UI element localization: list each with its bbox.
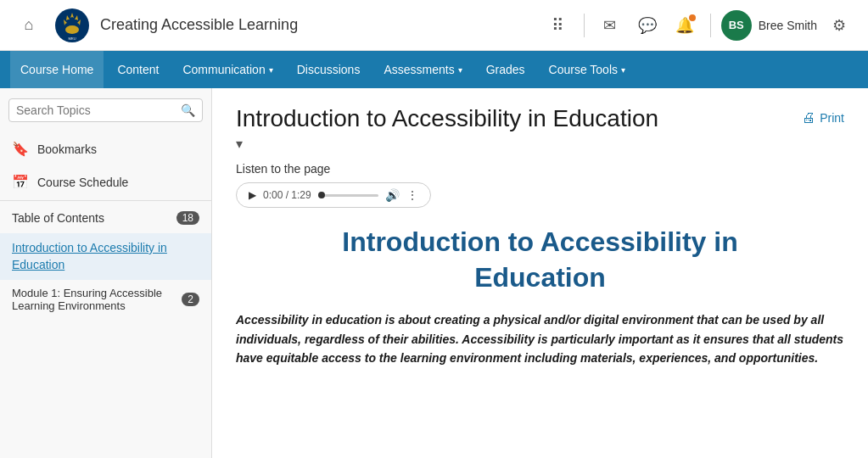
- collapse-chevron[interactable]: ▾: [236, 136, 844, 152]
- search-wrap: 🔍: [0, 88, 211, 132]
- toc-active-link[interactable]: Introduction to Accessibility in Educati…: [0, 233, 211, 280]
- content-body-text: Accessibility in education is about crea…: [236, 310, 844, 367]
- listen-label: Listen to the page: [236, 162, 844, 176]
- nav-bar: Course Home Content Communication ▾ Disc…: [0, 51, 868, 88]
- content-area: Introduction to Accessibility in Educati…: [212, 88, 868, 458]
- content-h1-line2: Education: [474, 262, 606, 293]
- print-button[interactable]: 🖨 Print: [802, 110, 844, 126]
- chat-icon[interactable]: 💬: [632, 10, 663, 41]
- search-icon[interactable]: 🔍: [181, 103, 195, 117]
- top-bar: ⌂ MRU Creating Accessible Learning ⠿ ✉: [0, 0, 868, 51]
- apps-icon[interactable]: ⠿: [543, 10, 574, 41]
- module1-badge: 2: [182, 293, 199, 306]
- divider: [584, 14, 585, 37]
- calendar-icon: 📅: [12, 174, 29, 190]
- toc-label: Table of Contents: [12, 211, 104, 225]
- notification-dot: [689, 14, 696, 21]
- user-name: Bree Smith: [759, 19, 817, 32]
- university-logo: MRU: [54, 8, 90, 43]
- nav-discussions[interactable]: Discussions: [287, 51, 371, 88]
- avatar: BS: [721, 10, 752, 41]
- svg-point-6: [65, 25, 79, 34]
- audio-player: ▶ 0:00 / 1:29 🔊 ⋮: [236, 182, 431, 208]
- module1-label: Module 1: Ensuring Accessible Learning E…: [12, 287, 182, 312]
- play-button[interactable]: ▶: [249, 189, 256, 201]
- user-menu[interactable]: BS Bree Smith: [721, 10, 817, 41]
- audio-progress-bar[interactable]: [318, 194, 378, 197]
- sidebar-divider: [0, 200, 211, 201]
- print-icon: 🖨: [802, 110, 815, 126]
- content-header: Introduction to Accessibility in Educati…: [236, 105, 844, 132]
- nav-communication[interactable]: Communication ▾: [172, 51, 283, 88]
- chevron-down-icon: ▾: [269, 65, 273, 75]
- audio-time: 0:00 / 1:29: [263, 189, 311, 201]
- bookmark-icon: 🔖: [12, 141, 29, 157]
- toc-badge: 18: [176, 211, 199, 225]
- module1-item[interactable]: Module 1: Ensuring Accessible Learning E…: [0, 280, 211, 319]
- bookmarks-item[interactable]: 🔖 Bookmarks: [0, 132, 211, 165]
- logo-wrap: MRU: [54, 8, 90, 43]
- chevron-down-icon3: ▾: [621, 65, 625, 75]
- main-layout: 🔍 🔖 Bookmarks 📅 Course Schedule Table of…: [0, 88, 868, 458]
- search-input[interactable]: [16, 103, 176, 117]
- top-bar-left: ⌂ MRU Creating Accessible Learning: [14, 8, 543, 43]
- print-label: Print: [820, 111, 844, 125]
- nav-course-tools[interactable]: Course Tools ▾: [539, 51, 636, 88]
- course-title: Creating Accessible Learning: [100, 16, 298, 34]
- more-options-icon[interactable]: ⋮: [406, 188, 418, 202]
- nav-content[interactable]: Content: [107, 51, 169, 88]
- mail-icon[interactable]: ✉: [595, 10, 625, 41]
- svg-text:MRU: MRU: [68, 36, 76, 41]
- nav-course-home[interactable]: Course Home: [10, 51, 104, 88]
- bell-icon[interactable]: 🔔: [669, 10, 700, 41]
- top-bar-right: ⠿ ✉ 💬 🔔 BS Bree Smith ⚙: [543, 10, 854, 41]
- page-title: Introduction to Accessibility in Educati…: [236, 105, 802, 132]
- settings-icon[interactable]: ⚙: [824, 10, 854, 41]
- chevron-down-icon2: ▾: [458, 65, 462, 75]
- search-box[interactable]: 🔍: [8, 98, 203, 122]
- volume-icon[interactable]: 🔊: [385, 188, 400, 202]
- schedule-label: Course Schedule: [37, 176, 128, 189]
- sidebar: 🔍 🔖 Bookmarks 📅 Course Schedule Table of…: [0, 88, 212, 458]
- schedule-item[interactable]: 📅 Course Schedule: [0, 165, 211, 198]
- toc-header: Table of Contents 18: [0, 203, 211, 233]
- nav-assessments[interactable]: Assessments ▾: [373, 51, 472, 88]
- bookmarks-label: Bookmarks: [37, 142, 97, 156]
- content-h1-line1: Introduction to Accessibility in: [342, 226, 737, 257]
- divider2: [710, 14, 711, 37]
- content-heading: Introduction to Accessibility in Educati…: [236, 225, 844, 295]
- audio-thumb: [318, 192, 325, 198]
- home-icon[interactable]: ⌂: [14, 10, 44, 41]
- nav-grades[interactable]: Grades: [476, 51, 535, 88]
